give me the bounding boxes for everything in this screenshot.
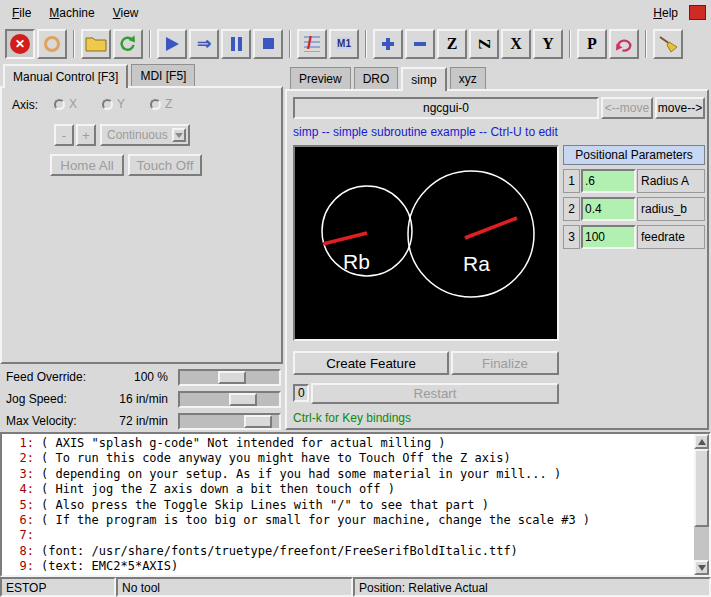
param-value-input[interactable] xyxy=(581,225,636,249)
scroll-down-button[interactable] xyxy=(694,560,709,575)
app-logo-icon xyxy=(689,5,706,20)
param-row: 2 radius_b xyxy=(563,197,705,221)
view-z-button[interactable]: Z xyxy=(437,29,467,59)
estop-icon: ✕ xyxy=(10,34,30,54)
perspective-icon: P xyxy=(587,36,597,52)
ngcgui-panel: ngcgui-0 <--move move--> simp -- simple … xyxy=(285,89,709,430)
reload-button[interactable] xyxy=(113,29,143,59)
open-file-button[interactable] xyxy=(81,29,111,59)
skip-lines-icon: / xyxy=(304,36,320,52)
view-z-rotated-button[interactable]: Z xyxy=(469,29,499,59)
scroll-up-button[interactable] xyxy=(694,434,709,449)
perspective-button[interactable]: P xyxy=(577,29,607,59)
radio-icon xyxy=(150,99,161,110)
slider-handle[interactable] xyxy=(244,415,272,428)
tab-dro[interactable]: DRO xyxy=(354,67,399,89)
stop-button[interactable] xyxy=(253,29,283,59)
ngcgui-tab-name[interactable]: ngcgui-0 xyxy=(293,97,599,119)
axis-x-radio[interactable]: X xyxy=(54,97,77,111)
jog-speed-row: Jog Speed: 16 in/min xyxy=(0,390,285,410)
axis-z-radio[interactable]: Z xyxy=(150,97,172,111)
param-value-input[interactable] xyxy=(581,197,636,221)
slider-handle[interactable] xyxy=(218,371,246,384)
view-z-icon: Z xyxy=(447,36,458,52)
create-feature-button[interactable]: Create Feature xyxy=(293,351,449,375)
run-button[interactable] xyxy=(157,29,187,59)
code-line[interactable]: 2:( To run this code anyway you might ha… xyxy=(2,451,709,466)
code-line[interactable]: 6:( If the program is too big or small f… xyxy=(2,513,709,528)
line-number: 7: xyxy=(2,528,34,543)
max-velocity-row: Max Velocity: 72 in/min xyxy=(0,412,285,432)
jog-mode-select[interactable]: Continuous xyxy=(100,124,190,146)
axis-label: Axis: xyxy=(12,98,38,112)
rotate-icon xyxy=(614,34,634,54)
line-number: 1: xyxy=(2,436,34,451)
restart-button[interactable]: Restart xyxy=(311,383,559,404)
code-line[interactable]: 3:( depending on your setup. As if you h… xyxy=(2,467,709,482)
status-tool: No tool xyxy=(116,577,353,597)
code-line[interactable]: 8:(font: /usr/share/fonts/truetype/freef… xyxy=(2,544,709,559)
toolbar-separator xyxy=(73,30,75,58)
view-y-button[interactable]: Y xyxy=(533,29,563,59)
code-line[interactable]: 1:( AXIS "splash g-code" Not intended fo… xyxy=(2,436,709,451)
program-listing[interactable]: 1:( AXIS "splash g-code" Not intended fo… xyxy=(0,432,711,577)
code-line[interactable]: 5:( Also press the Toggle Skip Lines wit… xyxy=(2,498,709,513)
code-line[interactable]: 7: xyxy=(2,528,709,543)
param-value-input[interactable] xyxy=(581,169,636,193)
rotate-view-button[interactable] xyxy=(609,29,639,59)
menu-help[interactable]: Help xyxy=(644,2,687,24)
menubar: File Machine View Help xyxy=(0,0,711,25)
pause-button[interactable] xyxy=(221,29,251,59)
step-button[interactable]: ⇒ xyxy=(189,29,219,59)
jog-plus-button[interactable]: + xyxy=(76,124,96,146)
finalize-button[interactable]: Finalize xyxy=(451,351,559,375)
line-text: ( Hint jog the Z axis down a bit then to… xyxy=(41,482,395,497)
touch-off-button[interactable]: Touch Off xyxy=(128,154,202,176)
code-scrollbar[interactable] xyxy=(694,434,709,575)
slider-handle[interactable] xyxy=(229,393,257,406)
menu-machine[interactable]: Machine xyxy=(40,2,103,24)
move-left-button[interactable]: <--move xyxy=(601,97,653,119)
tab-preview[interactable]: Preview xyxy=(290,67,351,89)
subroutine-description: simp -- simple subroutine example -- Ctr… xyxy=(293,125,558,139)
tab-manual-control[interactable]: Manual Control [F3] xyxy=(3,64,128,88)
menu-file[interactable]: File xyxy=(3,2,40,24)
machine-power-button[interactable] xyxy=(37,29,67,59)
radio-icon xyxy=(54,99,65,110)
pause-icon xyxy=(231,37,242,51)
clear-plot-icon xyxy=(657,34,679,54)
ra-radius-line xyxy=(465,218,517,238)
tab-xyz[interactable]: xyz xyxy=(450,67,486,89)
rb-label: Rb xyxy=(343,250,370,273)
menu-view[interactable]: View xyxy=(104,2,148,24)
max-velocity-label: Max Velocity: xyxy=(6,414,77,428)
estop-button[interactable]: ✕ xyxy=(5,29,35,59)
param-row: 3 feedrate xyxy=(563,225,705,249)
feed-override-slider[interactable] xyxy=(178,369,281,386)
toolbar-separator xyxy=(645,30,647,58)
axis-x-label: X xyxy=(69,97,77,111)
home-all-button[interactable]: Home All xyxy=(50,154,124,176)
clear-plot-button[interactable] xyxy=(653,29,683,59)
jog-speed-slider[interactable] xyxy=(178,391,281,408)
code-line[interactable]: 4:( Hint jog the Z axis down a bit then … xyxy=(2,482,709,497)
scrollbar-thumb[interactable] xyxy=(694,449,709,527)
tab-mdi[interactable]: MDI [F5] xyxy=(131,64,195,86)
ngcgui-preview-image: Rb Ra xyxy=(293,145,559,341)
zoom-out-button[interactable] xyxy=(405,29,435,59)
tab-simp[interactable]: simp xyxy=(401,67,446,91)
max-velocity-slider[interactable] xyxy=(178,413,281,430)
right-pane: Preview DRO simp xyz ngcgui-0 <--move mo… xyxy=(285,62,711,432)
skip-lines-toggle[interactable]: / xyxy=(297,29,327,59)
axis-y-radio[interactable]: Y xyxy=(102,97,125,111)
zoom-in-button[interactable] xyxy=(373,29,403,59)
move-right-button[interactable]: move--> xyxy=(655,97,705,119)
optional-stop-toggle[interactable]: M1 xyxy=(329,29,359,59)
positional-parameters: Positional Parameters 1 Radius A 2 radiu… xyxy=(563,145,705,249)
stop-icon xyxy=(263,38,274,49)
line-text: ( Also press the Toggle Skip Lines with … xyxy=(41,498,489,513)
jog-minus-button[interactable]: - xyxy=(54,124,74,146)
code-line[interactable]: 9:(text: EMC2*5*AXIS) xyxy=(2,559,709,574)
line-text: (font: /usr/share/fonts/truetype/freefon… xyxy=(41,544,518,559)
view-x-button[interactable]: X xyxy=(501,29,531,59)
